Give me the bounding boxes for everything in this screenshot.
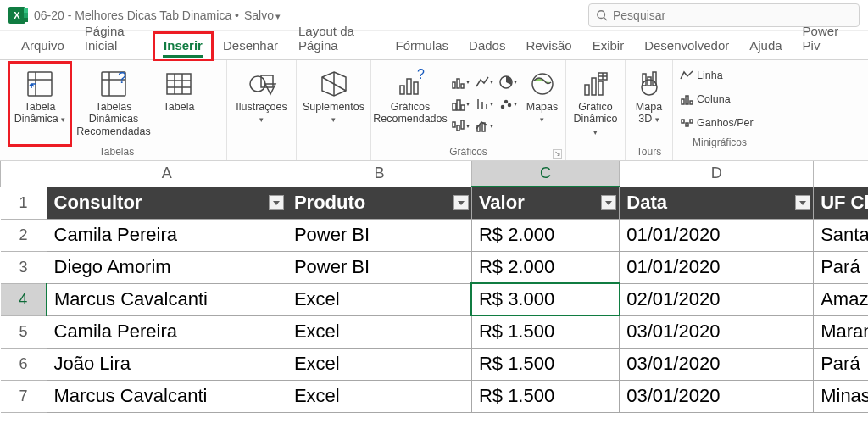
cell-C7[interactable]: R$ 1.500 [471, 380, 619, 412]
hierarchy-chart-button[interactable]: ▾ [450, 94, 470, 114]
tab-ajuda[interactable]: Ajuda [740, 33, 791, 59]
recommended-pivot-tables-button[interactable]: ? Tabelas DinâmicasRecomendadas [71, 64, 156, 144]
waterfall-chart-button[interactable]: ▾ [450, 116, 470, 137]
cell-B6[interactable]: Excel [287, 348, 471, 380]
cell-D3[interactable]: 01/01/2020 [620, 251, 814, 283]
row-header-5[interactable]: 5 [1, 315, 47, 348]
addins-button[interactable]: Suplementos▾ [300, 64, 367, 156]
cell-B5[interactable]: Excel [287, 315, 471, 348]
line-chart-button[interactable]: ▾ [474, 72, 494, 92]
cell-A5[interactable]: Camila Pereira [47, 315, 287, 348]
filter-button-0[interactable] [269, 195, 284, 210]
tab-exibir[interactable]: Exibir [583, 33, 634, 59]
svg-rect-53 [682, 99, 684, 104]
cell-D7[interactable]: 03/01/2020 [620, 380, 814, 412]
ribbon-group-illustrations: Ilustrações▾ [227, 60, 297, 160]
excel-app-icon: X [8, 7, 25, 24]
cell-B4[interactable]: Excel [287, 283, 471, 315]
illustrations-button[interactable]: Ilustrações▾ [231, 64, 292, 156]
table-header-produto: Produto [287, 187, 471, 219]
cell-E4[interactable]: Amazonas [814, 283, 868, 315]
cell-B7[interactable]: Excel [287, 380, 471, 412]
cell-E7[interactable]: Minas Gerais [814, 380, 868, 412]
cell-D2[interactable]: 01/01/2020 [620, 219, 814, 251]
tab-power-piv[interactable]: Power Piv [793, 19, 856, 59]
tab-p-gina-inicial[interactable]: Página Inicial [75, 19, 153, 59]
sparkline-line-button[interactable]: Linha [680, 65, 760, 86]
column-header-C[interactable]: C [471, 161, 619, 187]
sparkline-winloss-button[interactable]: Ganhos/Per [680, 113, 760, 133]
cell-B2[interactable]: Power BI [287, 219, 471, 251]
group-label-tours: Tours [629, 144, 669, 159]
svg-rect-22 [414, 82, 418, 94]
cell-E6[interactable]: Pará [814, 348, 868, 380]
map-3d-button[interactable]: Mapa3D ▾ [629, 64, 669, 144]
cell-C6[interactable]: R$ 1.500 [471, 348, 619, 380]
charts-launcher[interactable]: ↘ [553, 149, 562, 159]
ribbon-group-pivotchart: GráficoDinâmico ▾ [566, 60, 626, 160]
pivot-chart-button[interactable]: GráficoDinâmico ▾ [570, 64, 621, 156]
table-header-consultor: Consultor [47, 187, 287, 219]
cell-B3[interactable]: Power BI [287, 251, 471, 283]
row-header-6[interactable]: 6 [1, 348, 47, 380]
combo-chart-button[interactable]: ▾ [474, 116, 494, 137]
globe-icon [527, 69, 558, 99]
cell-A2[interactable]: Camila Pereira [47, 219, 287, 251]
cell-D5[interactable]: 03/01/2020 [620, 315, 814, 348]
row-header-4[interactable]: 4 [1, 283, 47, 315]
cell-E3[interactable]: Pará [814, 251, 868, 283]
row-header-2[interactable]: 2 [1, 219, 47, 251]
cell-C3[interactable]: R$ 2.000 [471, 251, 619, 283]
pie-chart-button[interactable]: ▾ [498, 72, 518, 92]
column-header-D[interactable]: D [620, 161, 814, 187]
pivot-table-button[interactable]: TabelaDinâmica ▾ [10, 64, 70, 144]
tab-revis-o[interactable]: Revisão [516, 33, 581, 59]
cell-E2[interactable]: Santa Catarina [814, 219, 868, 251]
scatter-chart-button[interactable]: ▾ [498, 94, 518, 114]
tab-arquivo[interactable]: Arquivo [12, 33, 74, 59]
svg-rect-57 [686, 123, 688, 126]
filter-button-2[interactable] [601, 195, 616, 210]
tab-inserir[interactable]: Inserir [154, 33, 212, 59]
svg-rect-20 [400, 86, 404, 94]
cell-C5[interactable]: R$ 1.500 [471, 315, 619, 348]
cell-C2[interactable]: R$ 2.000 [471, 219, 619, 251]
bar-chart-button[interactable]: ▾ [450, 72, 470, 92]
svg-point-35 [505, 100, 508, 103]
tab-dados[interactable]: Dados [459, 33, 515, 59]
cell-A7[interactable]: Marcus Cavalcanti [47, 380, 287, 412]
tab-f-rmulas[interactable]: Fórmulas [387, 33, 459, 59]
select-all-corner[interactable] [1, 161, 47, 187]
cell-A6[interactable]: João Lira [47, 348, 287, 380]
maps-button[interactable]: Mapas▾ [522, 64, 562, 144]
cell-E5[interactable]: Maranhão [814, 315, 868, 348]
column-header-B[interactable]: B [287, 161, 471, 187]
column-header-A[interactable]: A [47, 161, 287, 187]
save-state[interactable]: Salvo▾ [244, 8, 281, 22]
recommended-charts-button[interactable]: ? GráficosRecomendados [375, 64, 446, 144]
map-3d-icon [634, 69, 665, 99]
cell-A3[interactable]: Diego Amorim [47, 251, 287, 283]
table-button[interactable]: Tabela [158, 64, 200, 144]
filter-button-3[interactable] [795, 195, 810, 210]
row-header-1[interactable]: 1 [1, 187, 47, 219]
cell-D6[interactable]: 03/01/2020 [620, 348, 814, 380]
group-label-charts: Gráficos [375, 144, 562, 159]
cell-C4[interactable]: R$ 3.000 [471, 283, 619, 315]
tab-desenvolvedor[interactable]: Desenvolvedor [635, 33, 738, 59]
tab-layout-da-p-gina[interactable]: Layout da Página [289, 19, 385, 59]
svg-rect-26 [461, 84, 464, 88]
sparkline-column-button[interactable]: Coluna [680, 89, 760, 109]
row-header-3[interactable]: 3 [1, 251, 47, 283]
recommended-pivot-icon: ? [98, 69, 129, 99]
filter-button-1[interactable] [453, 195, 469, 210]
cell-A4[interactable]: Marcus Cavalcanti [47, 283, 287, 315]
statistic-chart-button[interactable]: ▾ [474, 94, 494, 114]
tab-desenhar[interactable]: Desenhar [214, 33, 287, 59]
row-header-7[interactable]: 7 [1, 380, 47, 412]
column-header-E[interactable]: E [814, 161, 868, 187]
shapes-icon [247, 69, 277, 99]
cell-D4[interactable]: 02/01/2020 [620, 283, 814, 315]
spreadsheet[interactable]: ABCDE1ConsultorProdutoValorDataUF Client… [0, 161, 868, 413]
ribbon-group-tabelas: TabelaDinâmica ▾ ? Tabelas DinâmicasReco… [7, 60, 227, 160]
